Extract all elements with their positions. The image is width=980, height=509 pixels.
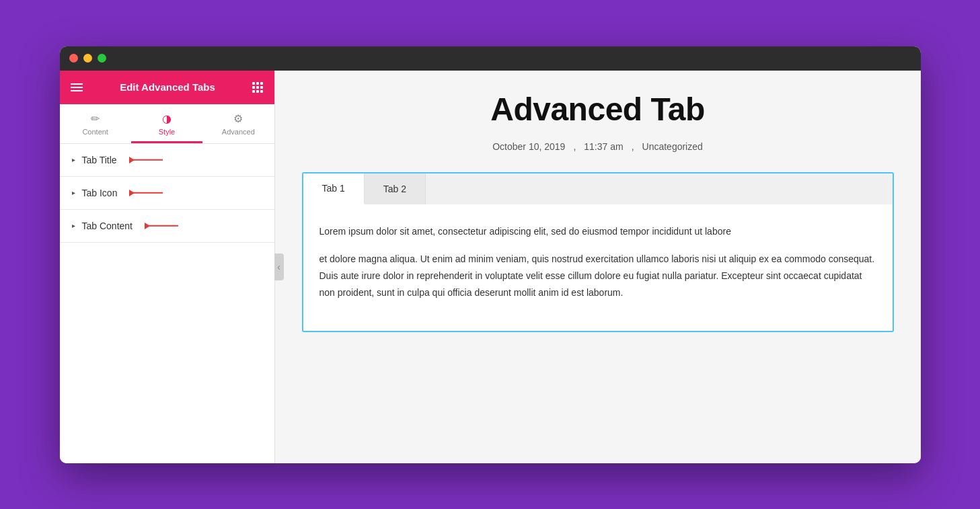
tabs-nav: Tab 1 Tab 2: [303, 173, 893, 204]
sidebar-tabs: ✏ Content ◑ Style ⚙ Advanced: [60, 104, 274, 144]
accordion-tab-icon: ▸ Tab Icon: [60, 177, 274, 210]
chevron-tab-icon-icon: ▸: [72, 189, 75, 196]
tab-content-para-2: et dolore magna aliqua. Ut enim ad minim…: [319, 251, 876, 302]
tab-2-button[interactable]: Tab 2: [365, 173, 426, 204]
meta-separator-2: ,: [632, 141, 634, 152]
tab-icon-label: Tab Icon: [82, 188, 118, 198]
sidebar-title: Edit Advanced Tabs: [120, 81, 215, 93]
accordion-tab-title-header[interactable]: ▸ Tab Title: [60, 144, 274, 176]
tab-content-para-1: Lorem ipsum dolor sit amet, consectetur …: [319, 223, 876, 240]
tab-advanced-label: Advanced: [222, 128, 255, 136]
browser-window: Edit Advanced Tabs ✏ Content ◑ Style: [60, 46, 921, 463]
tab-style-label: Style: [159, 128, 175, 136]
accordion-tab-title: ▸ Tab Title: [60, 144, 274, 177]
tab-1-button[interactable]: Tab 1: [303, 173, 365, 204]
traffic-light-red[interactable]: [69, 54, 78, 63]
pencil-icon: ✏: [91, 112, 100, 125]
browser-titlebar: [60, 46, 921, 71]
tab-title-label: Tab Title: [82, 155, 117, 165]
traffic-light-yellow[interactable]: [83, 54, 92, 63]
red-arrow-tab-content: [145, 221, 185, 231]
traffic-light-green[interactable]: [98, 54, 106, 63]
browser-body: Edit Advanced Tabs ✏ Content ◑ Style: [60, 71, 921, 463]
accordion-tab-content: ▸ Tab Content: [60, 210, 274, 243]
chevron-tab-title-icon: ▸: [72, 156, 75, 163]
gear-icon: ⚙: [233, 112, 243, 125]
tab-1-content: Lorem ipsum dolor sit amet, consectetur …: [303, 204, 893, 331]
red-arrow-tab-title: [129, 155, 169, 165]
circle-half-icon: ◑: [162, 112, 172, 125]
meta-category: Uncategorized: [642, 141, 703, 152]
grid-icon[interactable]: [252, 82, 263, 93]
meta-separator-1: ,: [573, 141, 576, 152]
red-arrow-tab-icon: [129, 188, 169, 198]
meta-time: 11:37 am: [584, 141, 623, 152]
page-meta: October 10, 2019 , 11:37 am , Uncategori…: [302, 141, 894, 152]
tab-content-nav[interactable]: ✏ Content: [60, 104, 131, 143]
tab-content-section-label: Tab Content: [82, 221, 133, 231]
tab-content-label: Content: [82, 128, 108, 136]
accordion-tab-icon-header[interactable]: ▸ Tab Icon: [60, 177, 274, 209]
tab-advanced-nav[interactable]: ⚙ Advanced: [202, 104, 274, 143]
meta-date: October 10, 2019: [492, 141, 565, 152]
tabs-widget: Tab 1 Tab 2 Lorem ipsum dolor sit amet, …: [302, 172, 894, 333]
page-title: Advanced Tab: [302, 91, 894, 128]
accordion-tab-content-header[interactable]: ▸ Tab Content: [60, 210, 274, 242]
sidebar-collapse-handle[interactable]: [274, 253, 284, 280]
main-content: Advanced Tab October 10, 2019 , 11:37 am…: [275, 71, 921, 463]
sidebar-header: Edit Advanced Tabs: [60, 71, 274, 104]
sidebar: Edit Advanced Tabs ✏ Content ◑ Style: [60, 71, 275, 463]
tab-style-nav[interactable]: ◑ Style: [131, 104, 202, 143]
chevron-tab-content-icon: ▸: [72, 222, 75, 229]
hamburger-icon[interactable]: [71, 83, 83, 91]
